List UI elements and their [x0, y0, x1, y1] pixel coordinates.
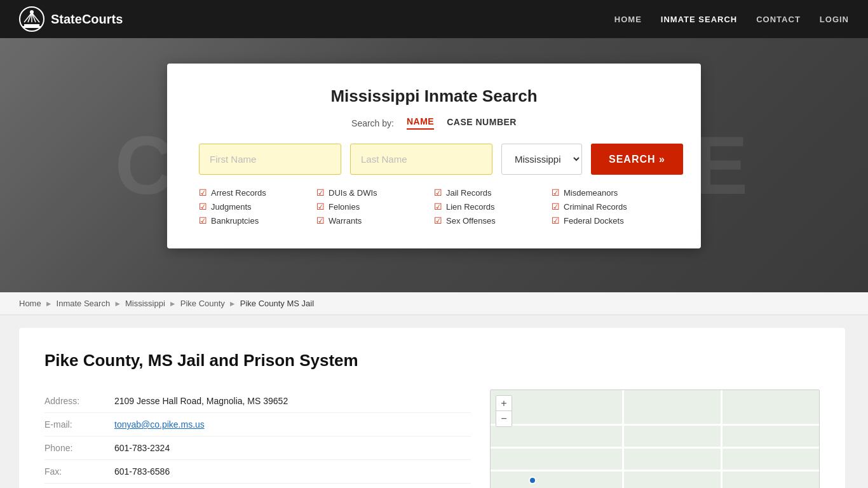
- email-label: E-mail:: [44, 419, 102, 430]
- email-value[interactable]: tonyab@co.pike.ms.us: [114, 419, 205, 430]
- header: StateCourts HOME INMATE SEARCH CONTACT L…: [0, 0, 868, 38]
- nav-contact[interactable]: CONTACT: [756, 15, 801, 24]
- breadcrumb-pike-county[interactable]: Pike County: [180, 299, 225, 308]
- checklist-item: ☑ Sex Offenses: [434, 215, 552, 226]
- svg-line-3: [24, 13, 32, 22]
- breadcrumb-sep: ►: [114, 299, 121, 308]
- svg-line-4: [32, 13, 39, 22]
- breadcrumb-home[interactable]: Home: [19, 299, 41, 308]
- breadcrumb-sep: ►: [169, 299, 177, 308]
- search-button[interactable]: SEARCH »: [591, 144, 683, 175]
- check-icon: ☑: [552, 187, 560, 198]
- svg-point-8: [30, 10, 34, 14]
- checklist-item: ☑ Bankruptcies: [199, 215, 316, 226]
- svg-rect-2: [23, 26, 41, 28]
- address-row: Address: 2109 Jesse Hall Road, Magnolia,…: [44, 390, 471, 413]
- svg-rect-1: [24, 24, 39, 26]
- checklist-label: Jail Records: [446, 188, 492, 198]
- fax-row: Fax: 601-783-6586: [44, 460, 471, 484]
- check-icon: ☑: [552, 215, 560, 226]
- checklist-label: Judgments: [211, 202, 252, 212]
- map-zoom-in[interactable]: +: [496, 396, 512, 411]
- checklist-col-3: ☑ Misdemeanors ☑ Criminal Records ☑ Fede…: [552, 187, 669, 226]
- check-icon: ☑: [199, 187, 207, 198]
- search-by-label: Search by:: [351, 118, 394, 128]
- check-icon: ☑: [552, 201, 560, 212]
- breadcrumb-inmate-search[interactable]: Inmate Search: [57, 299, 111, 308]
- checklist-label: Arrest Records: [211, 188, 266, 198]
- checklist-item: ☑ Misdemeanors: [552, 187, 669, 198]
- content-card: Pike County, MS Jail and Prison System A…: [19, 328, 845, 488]
- first-name-input[interactable]: [199, 144, 341, 175]
- checklist-label: Sex Offenses: [446, 216, 496, 226]
- last-name-input[interactable]: [350, 144, 492, 175]
- checklist-item: ☑ Warrants: [316, 215, 434, 226]
- map-background: [491, 390, 819, 488]
- checklist-item: ☑ DUIs & DWIs: [316, 187, 434, 198]
- address-label: Address:: [44, 396, 102, 406]
- search-inputs-row: Mississippi SEARCH »: [199, 144, 669, 175]
- checklist-item: ☑ Criminal Records: [552, 201, 669, 212]
- checklist-label: Felonies: [329, 202, 360, 212]
- search-modal: Mississippi Inmate Search Search by: NAM…: [167, 64, 701, 248]
- map-zoom-out[interactable]: −: [496, 411, 512, 426]
- logo[interactable]: StateCourts: [19, 6, 123, 32]
- state-select[interactable]: Mississippi: [501, 144, 582, 175]
- check-icon: ☑: [434, 215, 442, 226]
- checklist-label: Warrants: [329, 216, 362, 226]
- search-modal-title: Mississippi Inmate Search: [199, 86, 669, 106]
- breadcrumb-current: Pike County MS Jail: [240, 299, 314, 308]
- nav-home[interactable]: HOME: [614, 15, 642, 24]
- nav-login[interactable]: LOGIN: [820, 15, 849, 24]
- checklist-label: Bankruptcies: [211, 216, 259, 226]
- check-icon: ☑: [434, 187, 442, 198]
- check-icon: ☑: [199, 201, 207, 212]
- checklist-label: Criminal Records: [564, 202, 627, 212]
- map-location-dot: [529, 477, 536, 484]
- checklist-item: ☑ Arrest Records: [199, 187, 316, 198]
- email-row: E-mail: tonyab@co.pike.ms.us: [44, 413, 471, 437]
- tab-case-number[interactable]: CASE NUMBER: [447, 117, 517, 129]
- tab-name[interactable]: NAME: [407, 116, 434, 130]
- main-nav: HOME INMATE SEARCH CONTACT LOGIN: [614, 15, 849, 24]
- checklist-item: ☑ Federal Dockets: [552, 215, 669, 226]
- map-road: [491, 470, 819, 471]
- checklist-item: ☑ Jail Records: [434, 187, 552, 198]
- detail-layout: Address: 2109 Jesse Hall Road, Magnolia,…: [44, 390, 820, 488]
- breadcrumb: Home ► Inmate Search ► Mississippi ► Pik…: [0, 292, 868, 315]
- phone-row: Phone: 601-783-2324: [44, 437, 471, 460]
- checklist-col-1: ☑ DUIs & DWIs ☑ Felonies ☑ Warrants: [316, 187, 434, 226]
- checklist-item: ☑ Lien Records: [434, 201, 552, 212]
- address-value: 2109 Jesse Hall Road, Magnolia, MS 39652: [114, 396, 288, 406]
- map-road: [622, 390, 624, 488]
- fax-label: Fax:: [44, 466, 102, 477]
- map-container: + −: [490, 390, 820, 488]
- logo-text: StateCourts: [51, 12, 123, 27]
- phone-label: Phone:: [44, 443, 102, 453]
- checklist-label: DUIs & DWIs: [329, 188, 377, 198]
- breadcrumb-mississippi[interactable]: Mississippi: [125, 299, 165, 308]
- map-road: [491, 447, 819, 449]
- nav-inmate-search[interactable]: INMATE SEARCH: [661, 15, 737, 24]
- checklist-col-2: ☑ Jail Records ☑ Lien Records ☑ Sex Offe…: [434, 187, 552, 226]
- content-title: Pike County, MS Jail and Prison System: [44, 351, 820, 370]
- checklist-label: Misdemeanors: [564, 188, 618, 198]
- map-road: [721, 390, 722, 488]
- map-road: [491, 424, 819, 426]
- content-area: Pike County, MS Jail and Prison System A…: [0, 315, 868, 488]
- checklist-col-0: ☑ Arrest Records ☑ Judgments ☑ Bankruptc…: [199, 187, 316, 226]
- logo-icon: [19, 6, 44, 32]
- check-icon: ☑: [199, 215, 207, 226]
- search-by-row: Search by: NAME CASE NUMBER: [199, 116, 669, 130]
- check-icon: ☑: [434, 201, 442, 212]
- checklist-item: ☑ Judgments: [199, 201, 316, 212]
- hero-section: COURTHOUSE Mississippi Inmate Search Sea…: [0, 38, 868, 292]
- breadcrumb-sep: ►: [229, 299, 236, 308]
- info-table: Address: 2109 Jesse Hall Road, Magnolia,…: [44, 390, 471, 488]
- checklist-label: Lien Records: [446, 202, 495, 212]
- fax-value: 601-783-6586: [114, 466, 170, 477]
- check-icon: ☑: [316, 187, 325, 198]
- phone-value: 601-783-2324: [114, 443, 170, 453]
- checklist-grid: ☑ Arrest Records ☑ Judgments ☑ Bankruptc…: [199, 187, 669, 226]
- website-row: Website: http://pikecountyso.com/: [44, 484, 471, 488]
